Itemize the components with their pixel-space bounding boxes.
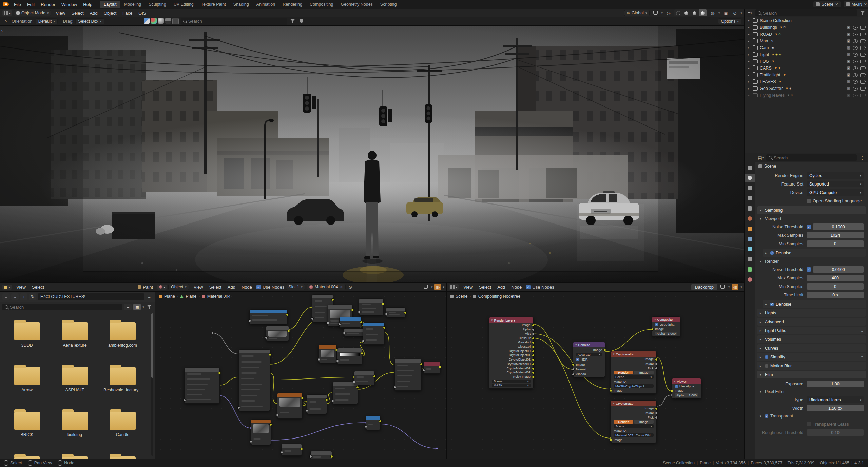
hide-icon[interactable] xyxy=(853,94,858,97)
gizmos-dropdown[interactable]: ▾ xyxy=(740,11,742,15)
render-visibility-icon[interactable] xyxy=(860,87,865,91)
expand-arrow[interactable]: ▸ xyxy=(748,53,751,56)
properties-tab-world[interactable] xyxy=(745,214,755,222)
panel-arrow[interactable]: ▾ xyxy=(760,373,763,376)
display-settings-dropdown[interactable]: ▾ xyxy=(142,305,144,309)
scene-unlink-icon[interactable]: ✕ xyxy=(835,2,838,7)
node-button-image[interactable]: Image xyxy=(634,371,654,374)
exclude-checkbox[interactable] xyxy=(847,33,850,36)
output-socket[interactable] xyxy=(351,309,354,311)
menu-gis[interactable]: GIS xyxy=(135,10,149,16)
output-socket[interactable] xyxy=(373,375,376,378)
panel-checkbox[interactable] xyxy=(765,414,768,418)
node-dropdown[interactable]: MASK▾ xyxy=(492,384,531,387)
outliner-item-scene-collection[interactable]: ▾Scene Collection xyxy=(745,17,868,24)
file-search[interactable] xyxy=(2,304,122,310)
node-checkbox[interactable] xyxy=(655,323,658,326)
panel-volumes[interactable]: ▸Volumes xyxy=(757,335,866,343)
slot-dropdown[interactable]: Slot 1▾ xyxy=(286,284,305,290)
subpanel-render[interactable]: ▾Render xyxy=(755,258,868,265)
panel-light-paths[interactable]: ▸Light Paths≡ xyxy=(757,327,866,334)
expand-arrow[interactable]: ▸ xyxy=(748,33,751,36)
shader-overlay-active-button[interactable]: ◍ xyxy=(434,284,441,290)
output-socket[interactable] xyxy=(269,423,272,426)
properties-search-input[interactable] xyxy=(774,155,854,160)
xray-button[interactable]: ▣ xyxy=(722,9,729,16)
toolbar-expand-arrow[interactable]: › xyxy=(1,28,3,33)
properties-editor-type-button[interactable]: ▤▾ xyxy=(757,154,764,161)
exclude-checkbox[interactable] xyxy=(847,87,850,90)
value-feature-set[interactable]: Supported▾ xyxy=(807,181,864,187)
transform-orientation-dropdown[interactable]: ⊕ Global▾ xyxy=(624,10,650,16)
shading-wireframe-button[interactable] xyxy=(674,9,682,16)
value-type[interactable]: Blackman-Harris▾ xyxy=(807,396,864,403)
menu-select[interactable]: Select xyxy=(68,10,86,16)
node-field[interactable]: MASK/CryptoObject xyxy=(614,384,654,388)
properties-tab-material[interactable] xyxy=(745,275,755,284)
node-field[interactable]: Material.003_.Curve.004 xyxy=(614,433,654,437)
shader-snap-dropdown[interactable]: ▾ xyxy=(431,285,433,289)
shader-snap-button[interactable] xyxy=(423,284,429,290)
expand-arrow[interactable]: ▸ xyxy=(748,39,751,43)
outliner-item-geo-scatter[interactable]: ▸Geo-Scatter▼∗ xyxy=(745,85,868,92)
properties-tab-scene[interactable] xyxy=(745,204,755,212)
render-visibility-icon[interactable] xyxy=(860,80,865,84)
file-search-input[interactable] xyxy=(10,305,120,310)
properties-tab-modifiers[interactable] xyxy=(745,235,755,243)
compositor-use-nodes-checkbox[interactable]: Use Nodes xyxy=(526,285,554,290)
render-visibility-icon[interactable] xyxy=(860,94,865,97)
material-selector[interactable]: Material.004 ✕ xyxy=(307,284,346,290)
node-button-render[interactable]: Render xyxy=(614,371,633,374)
input-socket[interactable] xyxy=(671,390,673,392)
node-checkbox[interactable] xyxy=(576,358,579,361)
expand-arrow[interactable]: ▸ xyxy=(748,73,751,77)
file-browser-editor-type-button[interactable]: ▾ xyxy=(2,285,12,290)
menu-help[interactable]: Help xyxy=(80,1,95,8)
exclude-checkbox[interactable] xyxy=(847,39,850,43)
panel-simplify[interactable]: ▸Simplify≡ xyxy=(757,353,866,361)
properties-tab-tool[interactable] xyxy=(745,163,755,172)
panel-arrow[interactable]: ▾ xyxy=(760,414,763,418)
node-checkbox[interactable] xyxy=(675,385,678,388)
output-socket[interactable] xyxy=(382,303,384,305)
compositor-overlay-dropdown[interactable]: ▾ xyxy=(740,285,742,289)
panel-arrow[interactable]: ▸ xyxy=(765,251,768,255)
input-socket[interactable] xyxy=(338,323,341,326)
workspace-tab-geometry-nodes[interactable]: Geometry Nodes xyxy=(337,1,376,8)
render-visibility-icon[interactable] xyxy=(860,46,865,50)
output-socket[interactable] xyxy=(532,350,535,353)
output-socket[interactable] xyxy=(360,321,363,324)
output-socket[interactable] xyxy=(286,313,289,316)
workspace-tab-scripting[interactable]: Scripting xyxy=(377,1,401,8)
outliner-item-road[interactable]: ▸ROAD▼◠ xyxy=(745,31,868,38)
menu-add[interactable]: Add xyxy=(494,284,508,290)
compositor-overlay-active-button[interactable]: ◍ xyxy=(732,284,738,290)
outliner-item-leaves[interactable]: ▸LEAVES▼ xyxy=(745,78,868,85)
panel-arrow[interactable]: ▸ xyxy=(760,329,763,332)
properties-tab-constraints[interactable] xyxy=(745,255,755,263)
panel-denoise[interactable]: ▸Denoise xyxy=(763,300,866,308)
panel-checkbox[interactable] xyxy=(770,303,774,306)
panel-arrow[interactable]: ▸ xyxy=(760,311,763,315)
render-visibility-icon[interactable] xyxy=(860,33,865,36)
node-slider[interactable]: Alpha1.000 xyxy=(675,393,698,397)
shader-node-canvas[interactable]: Plane›Plane›Material.004 xyxy=(155,292,446,459)
options-dropdown[interactable]: Options▾ xyxy=(718,18,741,24)
tool-settings-icon-3[interactable] xyxy=(158,18,164,24)
checkbox-noise-threshold[interactable] xyxy=(807,225,811,229)
hide-icon[interactable] xyxy=(853,46,858,50)
properties-tab-object[interactable] xyxy=(745,225,755,233)
input-socket[interactable] xyxy=(276,414,279,416)
outliner-item-cam[interactable]: ▸Cam◉ xyxy=(745,44,868,51)
shading-material-button[interactable] xyxy=(691,9,699,16)
folder-building[interactable]: building xyxy=(53,412,97,437)
render-visibility-icon[interactable] xyxy=(860,26,865,30)
input-socket[interactable] xyxy=(281,451,283,454)
output-socket[interactable] xyxy=(300,448,303,450)
orientation-dropdown[interactable]: Default▾ xyxy=(36,18,58,24)
properties-tab-render[interactable] xyxy=(745,174,755,182)
menu-window[interactable]: Window xyxy=(58,1,80,8)
shader-node-19[interactable] xyxy=(282,444,302,456)
shader-node-16[interactable] xyxy=(423,362,440,374)
value-min-samples[interactable]: 0 xyxy=(807,240,864,247)
